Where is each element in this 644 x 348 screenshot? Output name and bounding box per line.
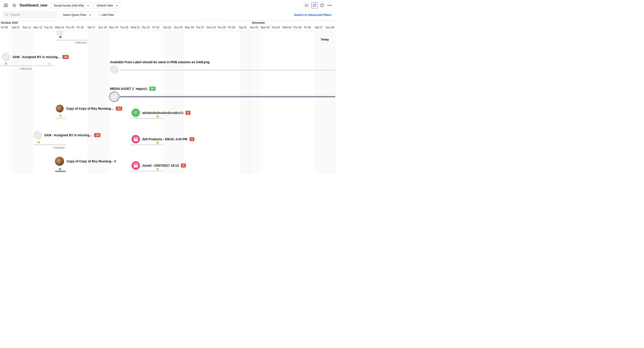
status-dot — [156, 142, 159, 144]
advanced-filters-link[interactable]: Switch to Advanced Filters — [294, 13, 332, 16]
avatar — [110, 65, 118, 74]
day-header[interactable]: Sun 01 — [250, 26, 258, 29]
svg-line-18 — [7, 15, 8, 16]
hamburger-menu-icon[interactable] — [3, 2, 9, 8]
day-header[interactable]: Fri 09 — [1, 26, 8, 29]
day-header[interactable]: Thu 29 — [217, 26, 226, 29]
milestone-dot — [48, 63, 50, 65]
overdue-badge: ‹‹5 — [181, 164, 186, 168]
search-icon — [5, 13, 8, 16]
progress-bar — [120, 70, 336, 71]
day-header[interactable]: Wed 21 — [131, 26, 140, 29]
item-title: Copy of Copy of Roy Mustang... — [66, 107, 114, 110]
status-dot — [5, 63, 7, 65]
progress-bar — [130, 171, 163, 172]
more-icon[interactable] — [326, 2, 333, 8]
avatar — [56, 31, 63, 36]
search-input[interactable] — [10, 13, 55, 16]
day-header[interactable]: Fri 30 — [228, 26, 235, 29]
day-header[interactable]: Tue 03 — [272, 26, 280, 29]
timeline-item-partial[interactable] — [56, 31, 63, 36]
search-box[interactable] — [3, 11, 57, 18]
timeline-item-sam2[interactable]: SAM - Assigned BY is missing... ‹‹16 — [34, 131, 100, 139]
month-divider — [250, 31, 250, 174]
today-button[interactable]: Today — [317, 36, 332, 43]
day-header[interactable]: Mon 02 — [261, 26, 270, 29]
day-header[interactable]: Thu 05 — [293, 26, 302, 29]
item-title: Available From Label should be same in P… — [110, 60, 210, 64]
top-header: Dashboard_new Social Assets (540.45k) De… — [0, 0, 336, 11]
day-row: Fri 09Sat 10Sun 11Mon 12Tue 13Wed 14Thu … — [0, 25, 336, 31]
avatar — [56, 104, 64, 113]
day-header[interactable]: Sun 18 — [98, 26, 107, 29]
view-selector-label: Default View — [96, 4, 113, 7]
chevron-down-icon — [87, 4, 89, 7]
milestone-label: milestone — [75, 41, 86, 44]
view-selector[interactable]: Default View — [94, 2, 120, 9]
chevron-down-icon — [116, 4, 118, 7]
day-header[interactable]: Fri 23 — [152, 26, 160, 29]
progress-bar — [55, 118, 66, 119]
sliders-view-icon[interactable] — [311, 2, 318, 8]
star-icon[interactable] — [11, 2, 18, 8]
day-header[interactable]: Fri 16 — [77, 26, 84, 29]
svg-point-15 — [329, 5, 330, 6]
timeline-item-available-avatar[interactable] — [110, 65, 118, 74]
list-view-icon[interactable] — [304, 2, 310, 8]
item-title: MEDIA ASSET 1` mppzz1 — [110, 87, 147, 90]
progress-bar — [130, 144, 163, 145]
timeline-item-copy1[interactable]: Copy of Copy of Roy Mustang... ‹‹14 — [56, 104, 122, 113]
status-dot — [38, 141, 40, 143]
timeline-item-copy2[interactable]: Copy of Copy of Roy Mustang - 3 — [54, 156, 116, 166]
svg-point-14 — [328, 5, 328, 6]
refresh-icon[interactable] — [319, 2, 325, 8]
quick-filter-select[interactable]: Select Quick Filter — [60, 11, 93, 18]
overdue-badge: ‹‹19 — [62, 55, 69, 59]
count-badge: 96›› — [149, 87, 156, 91]
day-header[interactable]: Mon 12 — [33, 26, 42, 29]
progress-bar — [34, 65, 54, 66]
timeline-item-sell[interactable]: Sell Products - 6/6/19, 4:44 PM ‹‹5 — [132, 135, 194, 143]
timeline-item-available[interactable]: Available From Label should be same in P… — [110, 60, 210, 64]
status-dot — [59, 168, 61, 170]
day-header[interactable]: Thu 22 — [142, 26, 150, 29]
day-header[interactable]: Thu 15 — [66, 26, 74, 29]
day-header[interactable]: Tue 13 — [44, 26, 52, 29]
add-filter-button[interactable]: + Add Filter — [96, 11, 117, 18]
day-header[interactable]: Fri 06 — [304, 26, 311, 29]
day-header[interactable]: Sun 25 — [174, 26, 182, 29]
day-header[interactable]: Sat 10 — [12, 26, 20, 29]
day-header[interactable]: Sat 07 — [315, 26, 323, 29]
avatar — [132, 109, 140, 117]
timeline-canvas[interactable]: Today milestone SAM - Assigned BY is mis… — [0, 31, 336, 174]
timeline-item-sam1[interactable]: SAM - Assigned BY is missing... ‹‹19 — [2, 53, 69, 61]
day-header[interactable]: Sat 17 — [88, 26, 95, 29]
avatar — [132, 135, 140, 143]
day-header[interactable]: Sun 08 — [326, 26, 334, 29]
item-title: Copy of Copy of Roy Mustang - 3 — [67, 160, 116, 163]
day-header[interactable]: Wed 04 — [282, 26, 291, 29]
timeline-item-ads[interactable]: adsdasdsdscdscdscsdcv11 ‹‹5 — [132, 109, 190, 117]
day-header[interactable]: Tue 27 — [196, 26, 204, 29]
progress-bar — [55, 171, 66, 172]
svg-point-16 — [331, 5, 332, 6]
day-header[interactable]: Wed 28 — [206, 26, 216, 29]
day-header[interactable]: Sat 31 — [239, 26, 247, 29]
svg-point-9 — [305, 6, 306, 7]
day-header[interactable]: Sun 11 — [22, 26, 31, 29]
plus-icon: + — [99, 13, 100, 16]
day-header[interactable]: Sat 24 — [163, 26, 171, 29]
day-header[interactable]: Mon 19 — [109, 26, 118, 29]
status-dot — [156, 168, 159, 170]
add-filter-label: Add Filter — [102, 13, 114, 16]
timeline-item-media-avatar[interactable] — [109, 92, 120, 102]
svg-point-17 — [5, 13, 8, 15]
timeline-item-media[interactable]: MEDIA ASSET 1` mppzz1 96›› — [110, 87, 156, 91]
asset-selector[interactable]: Social Assets (540.45k) — [51, 2, 92, 9]
day-header[interactable]: Tue 20 — [120, 26, 128, 29]
item-title: SAM - Assigned BY is missing... — [12, 55, 60, 59]
day-header[interactable]: Mon 26 — [185, 26, 194, 29]
svg-point-11 — [314, 4, 316, 5]
day-header[interactable]: Wed 14 — [55, 26, 64, 29]
page-title: Dashboard_new — [20, 3, 48, 7]
